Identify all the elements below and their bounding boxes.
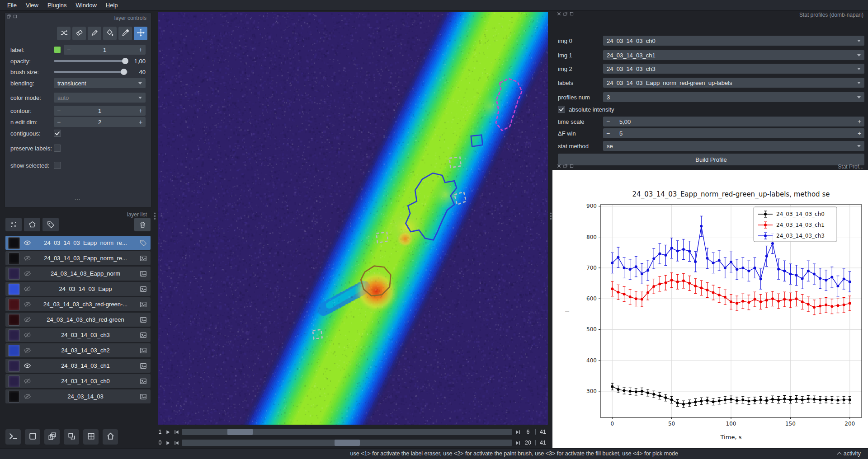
menu-view[interactable]: View — [21, 1, 43, 9]
roi-contour-4[interactable] — [454, 192, 466, 205]
increment-icon[interactable]: + — [136, 46, 146, 53]
stat-method-combobox[interactable]: se — [603, 141, 864, 151]
label-color-swatch[interactable] — [54, 46, 61, 53]
img2-combobox[interactable]: 24_03_14_03_ch3 — [603, 64, 864, 74]
left-splitter-handle[interactable]: ••• — [154, 212, 156, 220]
dock-resize-handle[interactable]: ⋯ — [5, 196, 151, 203]
eye-hidden-icon[interactable] — [22, 270, 32, 277]
layer-row[interactable]: 24_03_14_03 — [5, 389, 151, 403]
color-picker-button[interactable] — [118, 27, 132, 40]
df-win-spinbox[interactable]: − 5 + — [603, 128, 864, 138]
float-panel-icon[interactable] — [563, 164, 567, 168]
label-eraser-button[interactable] — [72, 27, 86, 40]
layer-row[interactable]: 24_03_14_03_ch0 — [5, 374, 151, 388]
menu-help[interactable]: Help — [101, 1, 123, 9]
eye-hidden-icon[interactable] — [22, 347, 32, 354]
right-splitter-handle[interactable]: ••• — [550, 212, 552, 220]
hide-panel-icon[interactable] — [570, 164, 574, 168]
activity-button[interactable]: activity — [838, 450, 861, 457]
opacity-slider[interactable] — [54, 57, 128, 65]
decrement-icon[interactable]: − — [603, 118, 613, 125]
layer-row[interactable]: 24_03_14_03_Eapp_norm_re... — [5, 236, 151, 250]
eye-hidden-icon[interactable] — [22, 331, 32, 339]
grid-view-button[interactable] — [83, 429, 99, 445]
layer-row[interactable]: 24_03_14_03_Eapp_norm_re... — [5, 251, 151, 265]
increment-icon[interactable]: + — [136, 118, 146, 126]
menu-file[interactable]: File — [3, 1, 21, 9]
slider-handle[interactable] — [335, 440, 360, 446]
toggle-2d-3d-button[interactable] — [25, 429, 40, 445]
shuffle-colors-button[interactable] — [57, 27, 71, 40]
increment-icon[interactable]: + — [136, 107, 146, 114]
roi-contour-0[interactable] — [496, 79, 522, 131]
show-selected-checkbox[interactable] — [54, 162, 61, 169]
contour-spinbox[interactable]: − 1 + — [54, 106, 146, 116]
profiles-num-combobox[interactable]: 3 — [603, 92, 864, 102]
skip-start-icon[interactable] — [173, 440, 179, 446]
blending-combobox[interactable]: translucent — [54, 78, 146, 88]
menu-window[interactable]: Window — [71, 1, 101, 9]
hide-panel-icon[interactable] — [570, 12, 574, 16]
skip-end-icon[interactable] — [514, 429, 521, 435]
layer-row[interactable]: 24_03_14_03_Eapp_norm — [5, 267, 151, 281]
roi-contour-2[interactable] — [449, 157, 461, 168]
frame-slider[interactable] — [182, 429, 512, 435]
hide-panel-icon[interactable] — [13, 14, 17, 19]
close-panel-icon[interactable] — [557, 164, 561, 168]
eye-visible-icon[interactable] — [22, 362, 32, 370]
skip-end-icon[interactable] — [514, 440, 521, 446]
slider-handle[interactable] — [227, 429, 253, 435]
fill-bucket-button[interactable] — [103, 27, 117, 40]
roi-contour-6[interactable] — [361, 266, 391, 296]
layer-row[interactable]: 24_03_14_03_Eapp — [5, 282, 151, 296]
float-panel-icon[interactable] — [7, 14, 11, 19]
skip-start-icon[interactable] — [173, 429, 179, 435]
reset-view-button[interactable] — [103, 429, 118, 445]
n-edit-dim-spinbox[interactable]: − 2 + — [54, 117, 146, 127]
menu-plugins[interactable]: Plugins — [43, 1, 71, 9]
contiguous-checkbox[interactable] — [54, 130, 61, 137]
decrement-icon[interactable]: − — [54, 118, 64, 126]
eye-hidden-icon[interactable] — [22, 316, 32, 323]
image-canvas[interactable] — [158, 12, 548, 425]
layer-row[interactable]: 24_03_14_03_ch3_red-green — [5, 313, 151, 327]
eye-hidden-icon[interactable] — [22, 377, 32, 385]
roll-dimensions-button[interactable] — [44, 429, 60, 445]
brush-size-slider[interactable] — [54, 68, 128, 75]
layer-row[interactable]: 24_03_14_03_ch2 — [5, 343, 151, 357]
new-points-layer-button[interactable] — [5, 218, 22, 231]
layer-row[interactable]: 24_03_14_03_ch1 — [5, 359, 151, 373]
roi-contour-5[interactable] — [377, 232, 388, 243]
preserve-labels-checkbox[interactable] — [54, 145, 61, 152]
play-icon[interactable] — [165, 440, 171, 446]
roi-contour-1[interactable] — [471, 135, 483, 147]
img1-combobox[interactable]: 24_03_14_03_ch1 — [603, 50, 864, 60]
decrement-icon[interactable]: − — [603, 130, 613, 137]
decrement-icon[interactable]: − — [64, 46, 74, 53]
eye-visible-icon[interactable] — [22, 239, 32, 247]
delete-layer-button[interactable] — [134, 218, 151, 231]
roi-contour-3[interactable] — [406, 173, 457, 240]
time-scale-spinbox[interactable]: − 5,00 + — [603, 117, 864, 126]
new-shapes-layer-button[interactable] — [24, 218, 40, 231]
float-panel-icon[interactable] — [563, 12, 567, 16]
close-panel-icon[interactable] — [557, 12, 561, 16]
pan-zoom-button[interactable] — [134, 27, 147, 40]
transpose-dimensions-button[interactable] — [64, 429, 79, 445]
frame-slider[interactable] — [182, 440, 512, 446]
eye-hidden-icon[interactable] — [22, 393, 32, 400]
labels-combobox[interactable]: 24_03_14_03_Eapp_norm_red-green_up-label… — [603, 78, 864, 88]
img0-combobox[interactable]: 24_03_14_03_ch0 — [603, 36, 864, 46]
label-spinbox[interactable]: − 1 + — [64, 45, 146, 55]
play-icon[interactable] — [165, 429, 171, 435]
paint-brush-button[interactable] — [88, 27, 101, 40]
absolute-intensity-checkbox[interactable] — [558, 106, 565, 113]
eye-hidden-icon[interactable] — [22, 254, 32, 262]
eye-hidden-icon[interactable] — [22, 300, 32, 308]
increment-icon[interactable]: + — [854, 130, 864, 137]
eye-hidden-icon[interactable] — [22, 285, 32, 293]
layer-row[interactable]: 24_03_14_03_ch3 — [5, 328, 151, 342]
decrement-icon[interactable]: − — [54, 107, 64, 114]
new-labels-layer-button[interactable] — [42, 218, 59, 231]
roi-contour-7[interactable] — [313, 329, 322, 339]
